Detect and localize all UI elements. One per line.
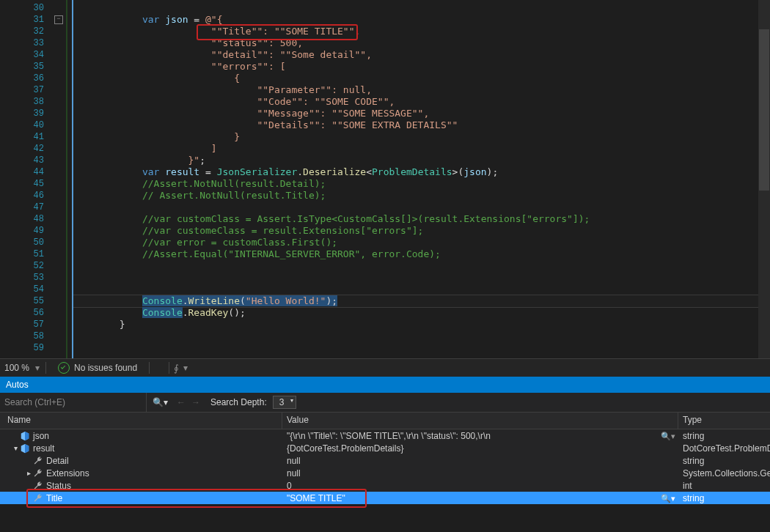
code-editor[interactable]: 3031323334353637383940414243444546474849… [0,0,770,358]
flame-icon[interactable]: ∮ [174,363,179,374]
code-content[interactable]: var json = @"{ ""Title"": ""SOME TITLE""… [73,0,758,358]
line-number-gutter: 3031323334353637383940414243444546474849… [0,0,51,358]
autos-grid-body[interactable]: json"{\r\n \"Title\": \"SOME TITLE\",\r\… [0,429,770,504]
autos-panel-header[interactable]: Autos [0,377,770,393]
property-icon [33,456,43,466]
variable-name: json [33,431,49,441]
search-input[interactable]: Search (Ctrl+E) [0,393,147,412]
column-header-value[interactable]: Value [282,413,678,429]
variable-row[interactable]: json"{\r\n \"Title\": \"SOME TITLE\",\r\… [0,429,770,442]
autos-grid-header: Name Value Type [0,413,770,429]
variable-type: string [678,493,770,503]
variable-type: string [678,431,770,441]
variable-row[interactable]: ▸ExtensionsnullSystem.Collections.Ger [0,467,770,479]
variable-value[interactable]: "{\r\n \"Title\": \"SOME TITLE\",\r\n \"… [282,431,678,441]
editor-status-bar: 100 % ▾ No issues found ∮ ▾ [0,358,770,377]
fold-margin[interactable]: − [51,0,66,358]
fold-collapse-icon[interactable]: − [54,15,63,24]
column-header-type[interactable]: Type [678,413,770,429]
text-visualizer-icon[interactable]: 🔍▾ [661,494,675,503]
search-depth-dropdown[interactable]: 3▾ [273,396,297,409]
scrollbar-thumb[interactable] [759,29,769,191]
variable-type: string [678,456,770,466]
check-icon [58,362,70,374]
variable-name: Status [46,481,71,491]
variable-icon [20,431,30,441]
variable-type: DotCoreTest.ProblemD [678,443,770,454]
property-icon [33,468,43,479]
issues-indicator[interactable]: No issues found [51,362,144,374]
expander-icon[interactable]: ▸ [24,469,33,477]
text-visualizer-icon[interactable]: 🔍▾ [661,432,675,441]
column-header-name[interactable]: Name [0,413,282,429]
variable-type: System.Collections.Ger [678,468,770,479]
variable-name: Extensions [46,468,89,479]
autos-search-row: Search (Ctrl+E) 🔍▾ ← → Search Depth: 3▾ [0,393,770,413]
zoom-dropdown-icon[interactable]: ▾ [34,363,41,373]
zoom-level[interactable]: 100 % [0,363,34,373]
search-prev-icon[interactable]: ← [177,397,186,407]
flame-dropdown-icon[interactable]: ▾ [182,363,189,373]
variable-value[interactable]: null [282,456,678,466]
variable-name: Detail [46,456,69,466]
vertical-scrollbar[interactable] [758,0,770,358]
expander-icon[interactable]: ▾ [11,444,20,452]
search-icon[interactable]: 🔍▾ [147,397,174,407]
variable-value[interactable]: null [282,468,678,479]
variable-row[interactable]: ▾result{DotCoreTest.ProblemDetails}DotCo… [0,442,770,454]
change-markers [66,0,73,358]
property-icon [33,493,43,503]
variable-row[interactable]: Title"SOME TITLE"🔍▾string [0,492,770,504]
variable-name: Title [46,493,62,503]
variable-value[interactable]: {DotCoreTest.ProblemDetails} [282,443,678,454]
variable-value[interactable]: "SOME TITLE"🔍▾ [282,493,678,503]
search-placeholder: Search (Ctrl+E) [4,397,65,407]
variable-icon [20,443,30,454]
variable-value[interactable]: 0 [282,481,678,491]
property-icon [33,481,43,491]
variable-row[interactable]: Status0int [0,479,770,492]
autos-title: Autos [6,380,29,390]
search-depth-label: Search Depth: [210,397,267,407]
issues-text: No issues found [74,363,137,373]
search-next-icon[interactable]: → [191,397,200,407]
variable-name: result [33,443,54,454]
variable-type: int [678,481,770,491]
variable-row[interactable]: Detailnullstring [0,454,770,467]
